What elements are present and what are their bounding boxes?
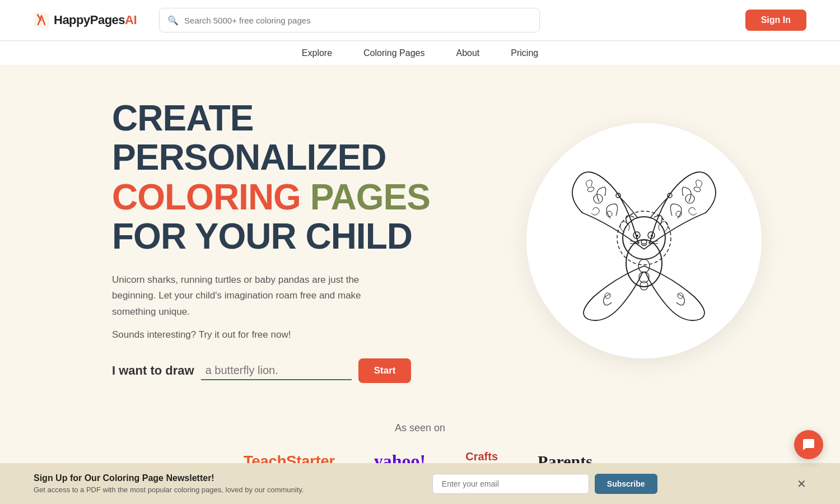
hero-image-area xyxy=(515,123,773,358)
newsletter-text: Sign Up for Our Coloring Page Newsletter… xyxy=(34,473,304,494)
butterfly-lion-illustration xyxy=(549,146,739,336)
hero-title-pages: PAGES xyxy=(310,177,430,217)
header: HappyPagesAI 🔍 Sign In xyxy=(0,0,840,40)
chat-button[interactable] xyxy=(794,430,823,459)
subscribe-button[interactable]: Subscribe xyxy=(595,474,657,494)
chat-icon xyxy=(801,437,816,452)
svg-point-20 xyxy=(678,293,683,298)
svg-point-8 xyxy=(641,240,647,244)
newsletter-email-input[interactable] xyxy=(432,474,589,494)
hero-content: CREATE PERSONALIZED COLORING PAGES FOR Y… xyxy=(112,99,493,383)
svg-point-18 xyxy=(693,186,701,193)
close-banner-button[interactable]: ✕ xyxy=(797,477,806,491)
newsletter-title: Sign Up for Our Coloring Page Newsletter… xyxy=(34,473,304,483)
hero-description: Unicorn sharks, running turtles or baby … xyxy=(112,272,392,321)
newsletter-banner: Sign Up for Our Coloring Page Newsletter… xyxy=(0,463,840,504)
draw-form: I want to draw Start xyxy=(112,358,493,383)
logo[interactable]: HappyPagesAI xyxy=(34,12,137,28)
nav-item-explore[interactable]: Explore xyxy=(300,48,334,58)
hero-title-coloring: COLORING xyxy=(112,177,301,217)
newsletter-form: Subscribe xyxy=(432,474,657,494)
nav-item-pricing[interactable]: Pricing xyxy=(508,48,540,58)
svg-point-19 xyxy=(605,293,610,298)
draw-input[interactable] xyxy=(201,362,352,380)
search-input[interactable] xyxy=(184,16,531,25)
logo-text: HappyPagesAI xyxy=(54,13,137,27)
svg-point-1 xyxy=(626,240,662,287)
search-bar: 🔍 xyxy=(159,8,540,32)
start-button[interactable]: Start xyxy=(358,358,412,383)
hero-section: CREATE PERSONALIZED COLORING PAGES FOR Y… xyxy=(0,65,840,405)
hero-cta-text: Sounds interesting? Try it out for free … xyxy=(112,329,493,340)
as-seen-on-label: As seen on xyxy=(0,422,840,434)
svg-point-3 xyxy=(617,211,671,265)
main-nav: Explore Coloring Pages About Pricing xyxy=(0,40,840,65)
nav-item-coloring-pages[interactable]: Coloring Pages xyxy=(361,48,427,58)
sign-in-button[interactable]: Sign In xyxy=(745,10,806,31)
hero-circle xyxy=(526,123,762,358)
draw-label: I want to draw xyxy=(112,363,194,378)
nav-item-about[interactable]: About xyxy=(454,48,482,58)
svg-point-15 xyxy=(587,186,595,193)
hero-title: CREATE PERSONALIZED COLORING PAGES FOR Y… xyxy=(112,99,493,256)
newsletter-description: Get access to a PDF with the most popula… xyxy=(34,486,304,494)
hero-title-for-child: FOR YOUR CHILD xyxy=(112,216,412,256)
search-icon: 🔍 xyxy=(167,15,179,26)
hero-title-line1: CREATE PERSONALIZED xyxy=(112,98,386,178)
logo-icon xyxy=(34,12,49,28)
